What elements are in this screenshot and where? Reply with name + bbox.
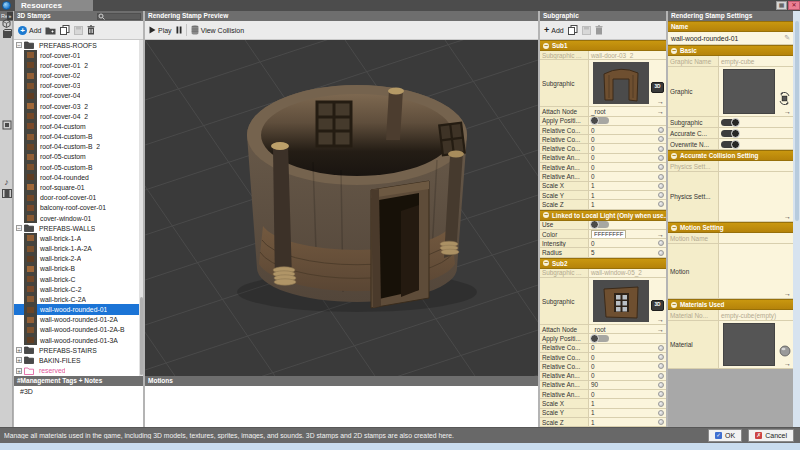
cancel-button[interactable]: ✗ Cancel (748, 429, 794, 442)
collapse-icon[interactable]: − (671, 225, 677, 231)
property-row[interactable]: Graphic→ (668, 67, 793, 117)
tree-item[interactable]: wall-brick-C-2A (14, 294, 139, 304)
property-value[interactable]: 1 (589, 399, 666, 407)
detail-arrow-icon[interactable]: → (657, 98, 664, 105)
cube-swap-icon[interactable] (778, 92, 791, 105)
tree-item[interactable]: wall-wood-rounded-01-2A-B (14, 325, 139, 335)
detail-arrow-icon[interactable]: → (784, 290, 791, 297)
pin-icon[interactable]: ▦ (776, 1, 787, 10)
property-row[interactable]: Relative An...0 (540, 172, 666, 181)
property-value[interactable]: 0 (589, 144, 666, 152)
property-value[interactable]: _root→ (589, 325, 666, 333)
color-value-box[interactable]: FFFFFFFF (591, 230, 626, 238)
tree-item[interactable]: wall-brick-C (14, 274, 139, 284)
property-row[interactable]: Apply Positi... (540, 117, 666, 126)
property-row[interactable]: Relative Co...0 (540, 144, 666, 153)
property-row[interactable]: Relative An...0 (540, 163, 666, 172)
new-folder-icon[interactable] (45, 26, 56, 35)
property-row[interactable]: Subgraphic ...wall-door-03_2 (540, 51, 666, 60)
property-value[interactable]: wall-window-05_2 (589, 269, 666, 277)
preview-viewport[interactable] (145, 40, 538, 376)
property-row[interactable]: Material→ (668, 321, 793, 369)
reset-icon[interactable] (658, 354, 664, 360)
property-value[interactable]: 0 (589, 390, 666, 398)
property-row[interactable]: Material No...empty-cube(empty) (668, 310, 793, 321)
edit-pencil-icon[interactable]: ✎ (784, 34, 790, 42)
settings-scrollbar-thumb[interactable] (795, 21, 799, 221)
tree-item[interactable]: roof-cover-01_2 (14, 60, 139, 70)
property-row[interactable]: Attach Node_root→ (540, 325, 666, 334)
property-row[interactable]: Subgraphic3D→ (540, 278, 666, 325)
tree-scrollbar[interactable] (139, 40, 143, 376)
reset-icon[interactable] (658, 250, 664, 256)
property-value[interactable]: empty-cube (719, 56, 793, 66)
property-row[interactable]: Overwrite N... (668, 139, 793, 150)
property-row[interactable]: Attach Node_root→ (540, 107, 666, 116)
toggle-switch[interactable] (591, 335, 609, 342)
save-icon[interactable] (582, 26, 591, 35)
duplicate-icon[interactable] (60, 25, 70, 35)
property-row[interactable]: Radius5 (540, 248, 666, 257)
expander-icon[interactable]: − (16, 225, 22, 231)
tree-item[interactable]: roof-cover-03_2 (14, 101, 139, 111)
property-value[interactable]: 90 (589, 381, 666, 389)
reset-icon[interactable] (658, 240, 664, 246)
property-row[interactable]: ColorFFFFFFFF→ (540, 230, 666, 239)
section-header[interactable]: −Motion Setting (668, 222, 793, 233)
property-row[interactable]: Use (540, 221, 666, 230)
section-header[interactable]: −Sub2 (540, 258, 666, 269)
property-row[interactable]: Motion→ (668, 244, 793, 299)
reset-icon[interactable] (658, 363, 664, 369)
movie-film-icon[interactable] (1, 188, 12, 199)
property-row[interactable]: Physics Sett...→ (668, 172, 793, 222)
property-row[interactable]: Relative Co...0 (540, 135, 666, 144)
tree-item[interactable]: roof-square-01 (14, 182, 139, 192)
reset-icon[interactable] (658, 127, 664, 133)
reset-icon[interactable] (658, 391, 664, 397)
duplicate-icon[interactable] (568, 25, 578, 35)
property-row[interactable]: Scale Z1 (540, 418, 666, 427)
section-header[interactable]: −Materials Used (668, 299, 793, 310)
tree-item[interactable]: wall-brick-1-A (14, 233, 139, 243)
collapse-icon[interactable]: − (543, 43, 549, 49)
tree-item[interactable]: roof-cover-04_2 (14, 111, 139, 121)
reset-icon[interactable] (658, 201, 664, 207)
property-row[interactable]: Relative Co...0 (540, 344, 666, 353)
collapse-icon[interactable]: − (543, 212, 549, 218)
property-value[interactable]: empty-cube(empty) (719, 310, 793, 320)
sphere-icon[interactable] (779, 345, 791, 357)
collapse-icon[interactable]: − (543, 260, 549, 266)
tree-folder[interactable]: +BAKIN-FILES (14, 355, 139, 365)
property-row[interactable]: Relative Co...0 (540, 353, 666, 362)
property-row[interactable]: Motion Name (668, 233, 793, 244)
save-icon[interactable] (74, 26, 83, 35)
tree-scrollbar-thumb[interactable] (140, 297, 143, 375)
reset-icon[interactable] (658, 164, 664, 170)
property-value[interactable]: 0 (589, 362, 666, 370)
property-value[interactable]: 0 (589, 172, 666, 180)
tree-item[interactable]: roof-cover-03 (14, 81, 139, 91)
toggle-switch[interactable] (591, 117, 609, 124)
reset-icon[interactable] (658, 174, 664, 180)
tree-item[interactable]: roof-05-custom (14, 152, 139, 162)
tree-item[interactable]: roof-cover-01 (14, 50, 139, 60)
add-stamp-button[interactable]: + Add (18, 26, 41, 35)
property-row[interactable]: Intensity0 (540, 239, 666, 248)
expander-icon[interactable]: + (16, 368, 22, 374)
collapse-icon[interactable]: − (671, 153, 677, 159)
toggle-switch[interactable] (721, 130, 739, 137)
reset-icon[interactable] (658, 419, 664, 425)
property-value[interactable]: 0 (589, 344, 666, 352)
tree-item[interactable]: wall-brick-C-2 (14, 284, 139, 294)
property-value[interactable]: 0 (589, 163, 666, 171)
property-value[interactable]: 0 (589, 126, 666, 134)
section-header[interactable]: −Accurate Collision Setting (668, 150, 793, 161)
view-collision-button[interactable]: View Collision (191, 25, 244, 35)
tree-item[interactable]: balcony-roof-cover-01 (14, 203, 139, 213)
tree-item[interactable]: door-roof-cover-01 (14, 193, 139, 203)
property-value[interactable]: 1 (589, 182, 666, 190)
subgraphic-thumbnail[interactable] (593, 62, 649, 104)
reset-icon[interactable] (658, 401, 664, 407)
name-field[interactable]: wall-wood-rounded-01✎ (668, 32, 793, 45)
detail-arrow-icon[interactable]: → (784, 360, 791, 367)
